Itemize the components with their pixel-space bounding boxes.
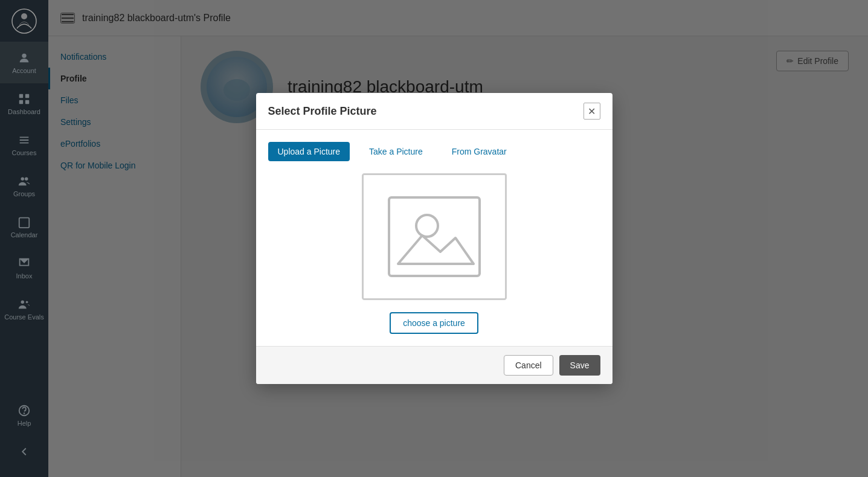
cancel-button[interactable]: Cancel xyxy=(504,355,553,376)
image-preview-placeholder xyxy=(362,173,507,300)
modal-title: Select Profile Picture xyxy=(268,105,377,118)
choose-picture-button[interactable]: choose a picture xyxy=(390,312,478,334)
save-button[interactable]: Save xyxy=(559,355,600,376)
modal-tabs: Upload a Picture Take a Picture From Gra… xyxy=(268,142,600,161)
tab-upload-picture[interactable]: Upload a Picture xyxy=(268,142,350,161)
modal-body: Upload a Picture Take a Picture From Gra… xyxy=(256,130,612,346)
select-profile-picture-modal: Select Profile Picture ✕ Upload a Pictur… xyxy=(256,93,612,384)
tab-from-gravatar[interactable]: From Gravatar xyxy=(442,142,516,161)
tab-take-picture[interactable]: Take a Picture xyxy=(359,142,432,161)
modal-close-button[interactable]: ✕ xyxy=(583,103,600,120)
modal-header: Select Profile Picture ✕ xyxy=(256,93,612,130)
svg-point-18 xyxy=(416,215,438,237)
modal-overlay: Select Profile Picture ✕ Upload a Pictur… xyxy=(0,0,868,477)
modal-footer: Cancel Save xyxy=(256,346,612,384)
